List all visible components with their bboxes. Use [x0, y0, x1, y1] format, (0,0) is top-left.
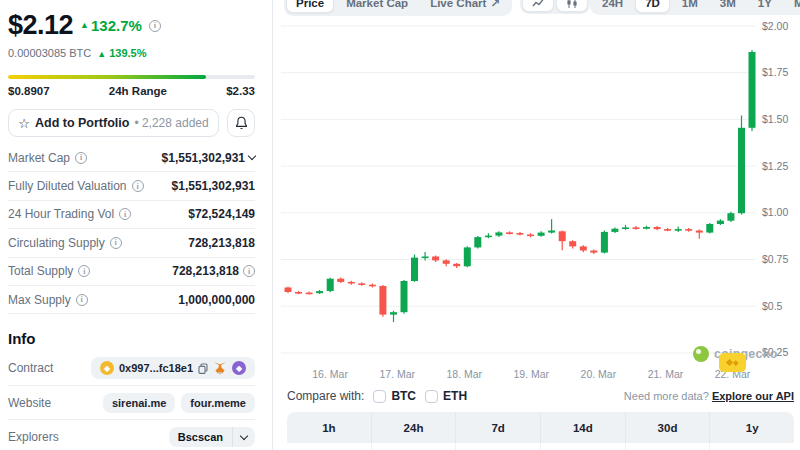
api-prompt: Need more data? Explore our API: [624, 390, 794, 402]
stat-label: Total Supplyi: [8, 264, 90, 278]
price-alert-button[interactable]: [227, 109, 255, 137]
chevron-down-icon: [248, 152, 256, 160]
coingecko-gecko-icon: [693, 346, 709, 362]
bnb-chain-icon: ◆: [100, 361, 114, 375]
up-triangle-icon: ▲: [97, 49, 106, 59]
website-link-fourmeme[interactable]: four.meme: [181, 393, 255, 413]
svg-text:$0.5: $0.5: [762, 300, 783, 312]
price-change-table: 1h 24h 7d 14d 30d 1y: [287, 412, 794, 450]
website-label: Website: [8, 396, 51, 410]
btc-price: 0.00003085 BTC: [8, 47, 91, 59]
btc-price-row: 0.00003085 BTC ▲ 139.5%: [8, 47, 255, 59]
contract-address-pill[interactable]: ◆ 0x997...fc18e1 ◆: [91, 357, 255, 379]
contract-row: Contract ◆ 0x997...fc18e1 ◆: [8, 351, 255, 386]
svg-text:21. Mar: 21. Mar: [648, 368, 684, 380]
stat-row-total-supply: Total Supplyi 728,213,818i: [8, 258, 255, 286]
svg-text:$1.75: $1.75: [762, 66, 788, 78]
stat-row-market-cap: Market Capi $1,551,302,931: [8, 144, 255, 172]
bell-icon: [235, 116, 248, 130]
range-low: $0.8907: [8, 85, 50, 97]
price-change-table-header: 1h 24h 7d 14d 30d 1y: [287, 412, 794, 443]
column-7d: 7d: [456, 412, 541, 443]
svg-text:$1.00: $1.00: [762, 206, 788, 218]
eth-checkbox[interactable]: [425, 390, 438, 403]
website-link-sirenai[interactable]: sirenai.me: [103, 393, 175, 413]
stat-row-fdv: Fully Diluted Valuationi $1,551,302,931: [8, 172, 255, 200]
stat-label: Max Supplyi: [8, 293, 88, 307]
copy-icon[interactable]: [198, 363, 208, 374]
explorers-label: Explorers: [8, 430, 59, 444]
column-24h: 24h: [372, 412, 457, 443]
explorer-link-bscscan[interactable]: Bscscan: [169, 427, 232, 447]
star-icon: ☆: [18, 116, 30, 131]
current-price: $2.12: [8, 10, 73, 41]
column-14d: 14d: [541, 412, 626, 443]
range-labels: $0.8907 24h Range $2.33: [8, 85, 255, 97]
stat-value: 728,213,818i: [172, 264, 255, 278]
compare-btc-option[interactable]: BTC: [373, 389, 416, 403]
info-icon[interactable]: i: [76, 294, 88, 306]
explorers-row: Explorers Bscscan: [8, 420, 255, 450]
sparkle-icon: [734, 360, 739, 365]
range-bar: [8, 75, 255, 79]
price-change-value: 132.7%: [91, 17, 142, 34]
stat-value: 1,000,000,000: [178, 293, 255, 307]
coin-sidebar: $2.12 ▲ 132.7% i 0.00003085 BTC ▲ 139.5%…: [0, 0, 273, 450]
stat-row-circulating-supply: Circulating Supplyi 728,213,818: [8, 229, 255, 257]
stat-value: 728,213,818: [188, 236, 255, 250]
compare-eth-option[interactable]: ETH: [425, 389, 467, 403]
svg-text:$1.50: $1.50: [762, 113, 788, 125]
wallet-badge-icon[interactable]: ◆: [232, 361, 246, 375]
stat-row-volume: 24 Hour Trading Voli $72,524,149: [8, 201, 255, 229]
info-icon[interactable]: i: [78, 265, 90, 277]
svg-text:20. Mar: 20. Mar: [581, 368, 617, 380]
svg-text:18. Mar: 18. Mar: [446, 368, 482, 380]
info-icon[interactable]: i: [75, 152, 87, 164]
add-to-portfolio-button[interactable]: ☆ Add to Portfolio • 2,228 added: [8, 109, 219, 137]
stats-table: Market Capi $1,551,302,931 Fully Diluted…: [8, 144, 255, 314]
range-title: 24h Range: [109, 85, 167, 97]
stat-label: Circulating Supplyi: [8, 236, 122, 250]
chevron-down-icon: [240, 431, 248, 439]
info-icon[interactable]: i: [243, 265, 255, 277]
svg-text:$1.25: $1.25: [762, 160, 788, 172]
stat-value: $1,551,302,931: [172, 179, 255, 193]
btc-change: ▲ 139.5%: [97, 47, 146, 59]
column-30d: 30d: [626, 412, 711, 443]
compare-row: Compare with: BTC ETH Need more data? Ex…: [287, 389, 794, 403]
contract-label: Contract: [8, 361, 53, 375]
metamask-icon[interactable]: [213, 361, 227, 375]
candlestick-chart[interactable]: $2.00$1.75$1.50$1.25$1.00$0.75$0.5$0.251…: [281, 0, 800, 386]
stat-label: 24 Hour Trading Voli: [8, 207, 131, 221]
btc-change-value: 139.5%: [109, 47, 146, 59]
ai-sparkle-badge[interactable]: [719, 353, 746, 372]
portfolio-label: Add to Portfolio: [35, 116, 129, 130]
svg-text:$0.75: $0.75: [762, 253, 788, 265]
info-icon[interactable]: i: [132, 180, 144, 192]
btc-checkbox-label: BTC: [391, 389, 416, 403]
price-info-icon[interactable]: i: [149, 20, 161, 32]
stat-value: $72,524,149: [188, 207, 255, 221]
stat-label: Fully Diluted Valuationi: [8, 179, 144, 193]
info-icon[interactable]: i: [119, 208, 131, 220]
eth-checkbox-label: ETH: [443, 389, 467, 403]
btc-checkbox[interactable]: [373, 390, 386, 403]
info-icon[interactable]: i: [110, 237, 122, 249]
explorer-pill: Bscscan: [169, 427, 255, 447]
website-row: Website sirenai.me four.meme: [8, 386, 255, 421]
compare-with-label: Compare with:: [287, 389, 364, 403]
price-change-table-body: [287, 443, 794, 450]
svg-text:17. Mar: 17. Mar: [379, 368, 415, 380]
price-header: $2.12 ▲ 132.7% i: [8, 10, 255, 41]
contract-address: 0x997...fc18e1: [119, 362, 193, 374]
svg-text:16. Mar: 16. Mar: [312, 368, 348, 380]
chart-panel: Price Market Cap Live Chart ↗: [281, 0, 800, 450]
stat-label: Market Capi: [8, 151, 87, 165]
up-triangle-icon: ▲: [80, 21, 89, 30]
range-24h: $0.8907 24h Range $2.33: [8, 75, 255, 97]
coin-page: $2.12 ▲ 132.7% i 0.00003085 BTC ▲ 139.5%…: [0, 0, 800, 450]
explore-api-link[interactable]: Explore our API: [712, 390, 794, 402]
price-change-24h: ▲ 132.7%: [80, 17, 142, 34]
explorer-dropdown-button[interactable]: [232, 427, 255, 447]
stat-value[interactable]: $1,551,302,931: [162, 151, 255, 165]
